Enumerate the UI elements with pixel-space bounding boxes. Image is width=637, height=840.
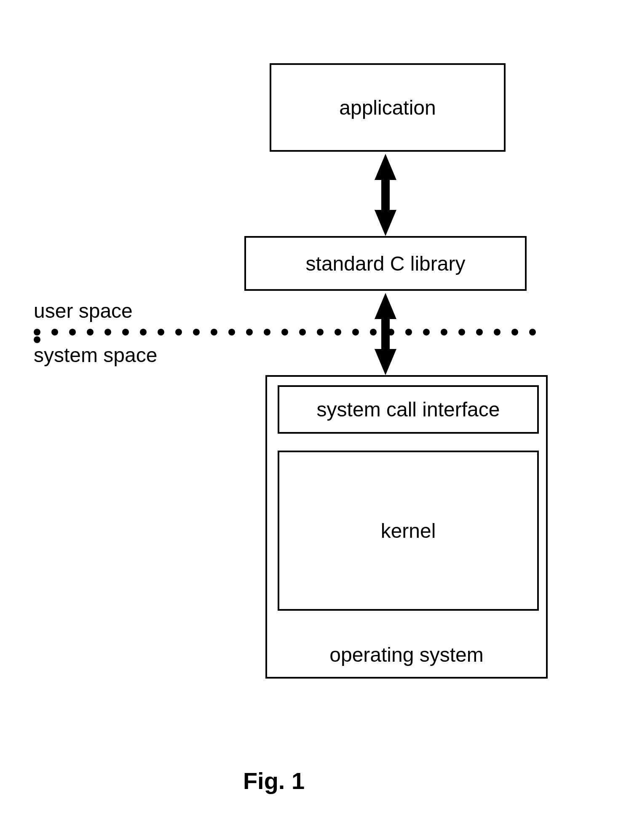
application-label: application [339,96,436,119]
double-arrow-icon [375,293,396,375]
arrow-library-os [373,293,398,375]
syscall-label: system call interface [317,398,500,421]
double-arrow-icon [375,154,396,236]
kernel-box: kernel [278,451,539,611]
user-space-label: user space [34,299,133,322]
kernel-label: kernel [381,519,436,542]
boundary-dotted-line [34,328,560,336]
syscall-box: system call interface [278,385,539,434]
os-label: operating system [267,643,546,666]
library-label: standard C library [306,252,466,275]
figure-label: Fig. 1 [42,767,506,794]
arrow-app-library [373,154,398,236]
library-box: standard C library [244,236,527,291]
os-container: system call interface kernel operating s… [265,375,548,679]
diagram-container: application standard C library user spac… [42,63,590,780]
system-space-label: system space [34,344,157,367]
application-box: application [270,63,506,152]
